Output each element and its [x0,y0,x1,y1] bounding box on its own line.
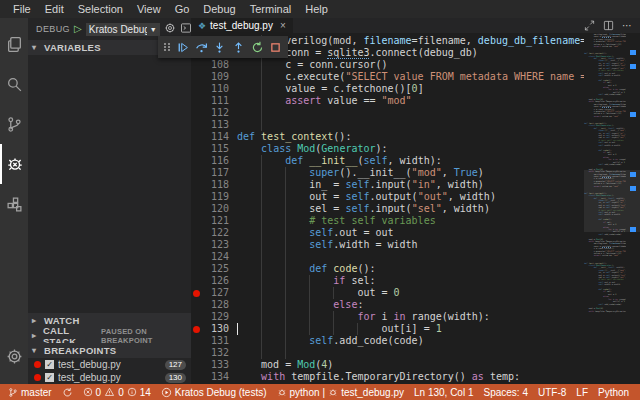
restart-button[interactable] [251,41,264,54]
code-line-125[interactable]: 125 def code(): [191,263,584,275]
line-number[interactable]: 124 [203,251,229,263]
close-icon[interactable]: × [280,20,286,31]
code-line-126[interactable]: 126 if sel: [191,275,584,287]
code-line-121[interactable]: 121 # test self variables [191,215,584,227]
glyph-margin[interactable] [191,263,203,275]
line-number[interactable]: 109 [203,71,229,83]
line-number[interactable]: 129 [203,311,229,323]
problems-indicator[interactable]: 0 0 14 [83,387,151,398]
breakpoint-glyph[interactable] [191,323,203,335]
code-line-130[interactable]: 130 out[i] = 1 [191,323,584,335]
code-editor[interactable]: 106 verilog(mod, filename=filename, debu… [191,33,640,384]
menu-item-debug[interactable]: Debug [196,3,242,15]
line-number[interactable]: 133 [203,359,229,371]
code-line-110[interactable]: 110 value = c.fetchone()[0] [191,83,584,95]
line-number[interactable]: 132 [203,347,229,359]
code-line-129[interactable]: 129 for i in range(width): [191,311,584,323]
step-over-button[interactable] [195,41,208,54]
call-stack-section-header[interactable]: ▸ CALL STACK PAUSED ON BREAKPOINT [28,328,191,343]
more-actions-icon[interactable]: ⋯ [622,23,632,29]
indentation[interactable]: Spaces: 4 [484,387,528,398]
glyph-margin[interactable] [191,107,203,119]
glyph-margin[interactable] [191,311,203,323]
extensions-icon[interactable] [0,184,28,224]
breakpoints-section-header[interactable]: ▾ BREAKPOINTS [28,343,191,358]
explorer-icon[interactable] [0,24,28,64]
code-line-123[interactable]: 123 self.width = width [191,239,584,251]
glyph-margin[interactable] [191,299,203,311]
code-line-133[interactable]: 133 mod = Mod(4) [191,359,584,371]
line-number[interactable]: 122 [203,227,229,239]
breakpoint-glyph[interactable] [191,287,203,299]
line-number[interactable]: 128 [203,299,229,311]
menu-item-terminal[interactable]: Terminal [243,3,299,15]
breakpoint-checkbox[interactable]: ✓ [45,373,54,382]
menu-item-edit[interactable]: Edit [38,3,71,15]
source-control-icon[interactable] [0,104,28,144]
line-number[interactable]: 126 [203,275,229,287]
line-number[interactable]: 113 [203,119,229,131]
menu-item-view[interactable]: View [130,3,168,15]
glyph-margin[interactable] [191,143,203,155]
start-debugging-button[interactable]: ▷ [74,24,82,34]
debug-session-indicator[interactable]: Kratos Debug (tests) [161,387,267,398]
glyph-margin[interactable] [191,275,203,287]
code-line-120[interactable]: 120 sel = self.input("sel", width) [191,203,584,215]
debug-language-indicator[interactable]: python | test_debug.py [277,387,404,398]
code-line-127[interactable]: 127 out = 0 [191,287,584,299]
code-line-116[interactable]: 116 def __init__(self, width): [191,155,584,167]
glyph-margin[interactable] [191,251,203,263]
branch-indicator[interactable]: master [8,387,52,398]
code-line-114[interactable]: 114def test_context(): [191,131,584,143]
glyph-margin[interactable] [191,83,203,95]
continue-button[interactable] [176,41,189,54]
step-out-button[interactable] [232,41,245,54]
code-line-113[interactable]: 113 [191,119,584,131]
line-number[interactable]: 123 [203,239,229,251]
breakpoint-checkbox[interactable]: ✓ [45,360,54,369]
code-line-111[interactable]: 111 assert value == "mod" [191,95,584,107]
breakpoint-item[interactable]: ✓test_debug.py130 [28,371,191,384]
glyph-margin[interactable] [191,155,203,167]
encoding[interactable]: UTF-8 [538,387,566,398]
line-number[interactable]: 119 [203,191,229,203]
glyph-margin[interactable] [191,347,203,359]
code-line-117[interactable]: 117 super().__init__("mod", True) [191,167,584,179]
glyph-margin[interactable] [191,371,203,383]
line-number[interactable]: 117 [203,167,229,179]
code-line-131[interactable]: 131 self.add_code(code) [191,335,584,347]
code-line-112[interactable]: 112 [191,107,584,119]
code-line-124[interactable]: 124 [191,251,584,263]
line-number[interactable]: 125 [203,263,229,275]
drag-handle[interactable] [164,43,171,51]
line-number[interactable]: 131 [203,335,229,347]
sync-icon[interactable] [62,387,73,398]
line-number[interactable]: 134 [203,371,229,383]
menu-item-selection[interactable]: Selection [71,3,130,15]
code-line-134[interactable]: 134 with tempfile.TemporaryDirectory() a… [191,371,584,383]
line-number[interactable]: 111 [203,95,229,107]
menu-item-go[interactable]: Go [168,3,197,15]
code-line-119[interactable]: 119 out = self.output("out", width) [191,191,584,203]
overview-ruler[interactable] [626,33,640,384]
glyph-margin[interactable] [191,167,203,179]
line-number[interactable]: 108 [203,59,229,71]
gear-icon[interactable] [0,336,28,376]
cursor-position[interactable]: Ln 130, Col 1 [414,387,474,398]
language-mode[interactable]: Python [598,387,629,398]
breakpoint-item[interactable]: ✓test_debug.py127 [28,358,191,371]
eol[interactable]: LF [576,387,588,398]
line-number[interactable]: 115 [203,143,229,155]
variables-panel[interactable] [28,55,191,313]
glyph-margin[interactable] [191,59,203,71]
compare-changes-icon[interactable] [584,17,595,35]
line-number[interactable]: 114 [203,131,229,143]
glyph-margin[interactable] [191,71,203,83]
glyph-margin[interactable] [191,131,203,143]
search-icon[interactable] [0,64,28,104]
split-editor-icon[interactable] [603,17,614,35]
menu-item-file[interactable]: File [6,3,38,15]
line-number[interactable]: 130 [203,323,229,335]
line-number[interactable]: 127 [203,287,229,299]
glyph-margin[interactable] [191,239,203,251]
